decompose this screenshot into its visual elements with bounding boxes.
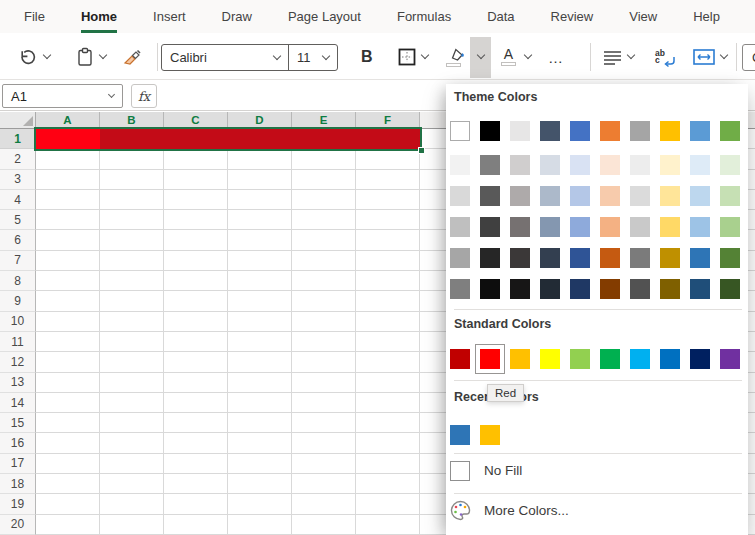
bold-button[interactable]: B bbox=[361, 35, 373, 79]
more-font-options-button[interactable]: … bbox=[548, 35, 565, 79]
color-swatch[interactable] bbox=[600, 349, 620, 369]
row-header-1[interactable]: 1 bbox=[0, 129, 36, 149]
color-swatch[interactable] bbox=[630, 248, 650, 268]
color-swatch[interactable] bbox=[630, 155, 650, 175]
row-header-3[interactable]: 3 bbox=[0, 170, 36, 190]
color-swatch[interactable] bbox=[600, 279, 620, 299]
row-header-6[interactable]: 6 bbox=[0, 230, 36, 250]
chevron-down-icon[interactable] bbox=[421, 51, 429, 59]
color-swatch[interactable] bbox=[660, 217, 680, 237]
color-swatch[interactable] bbox=[630, 279, 650, 299]
color-swatch[interactable] bbox=[690, 186, 710, 206]
color-swatch[interactable] bbox=[630, 217, 650, 237]
more-colors-label[interactable]: More Colors... bbox=[484, 503, 569, 518]
font-size-combobox[interactable]: 11 bbox=[288, 45, 337, 70]
color-swatch[interactable] bbox=[510, 248, 530, 268]
borders-button[interactable] bbox=[398, 35, 428, 79]
color-swatch[interactable] bbox=[600, 121, 620, 141]
color-swatch[interactable] bbox=[540, 155, 560, 175]
color-swatch[interactable] bbox=[510, 155, 530, 175]
color-swatch[interactable] bbox=[660, 279, 680, 299]
menu-tab-page-layout[interactable]: Page Layout bbox=[288, 0, 361, 33]
row-header-15[interactable]: 15 bbox=[0, 413, 36, 433]
color-swatch[interactable] bbox=[720, 248, 740, 268]
number-format-combobox[interactable]: G bbox=[742, 44, 755, 71]
chevron-down-icon[interactable] bbox=[524, 51, 532, 59]
paste-button[interactable] bbox=[76, 35, 106, 79]
no-fill-swatch[interactable] bbox=[450, 461, 470, 481]
color-swatch[interactable] bbox=[450, 248, 470, 268]
color-swatch[interactable] bbox=[690, 121, 710, 141]
format-painter-button[interactable] bbox=[122, 35, 144, 79]
color-swatch[interactable] bbox=[630, 349, 650, 369]
color-swatch[interactable] bbox=[540, 349, 560, 369]
color-swatch[interactable] bbox=[660, 248, 680, 268]
color-swatch[interactable] bbox=[720, 186, 740, 206]
color-swatch[interactable] bbox=[480, 217, 500, 237]
row-header-19[interactable]: 19 bbox=[0, 494, 36, 514]
menu-tab-home[interactable]: Home bbox=[81, 0, 117, 33]
color-swatch[interactable] bbox=[720, 217, 740, 237]
menu-tab-help[interactable]: Help bbox=[693, 0, 720, 33]
color-swatch[interactable] bbox=[450, 217, 470, 237]
chevron-down-icon[interactable] bbox=[43, 51, 51, 59]
color-swatch[interactable] bbox=[480, 121, 500, 141]
menu-tab-view[interactable]: View bbox=[629, 0, 657, 33]
color-swatch[interactable] bbox=[660, 186, 680, 206]
color-swatch[interactable] bbox=[570, 279, 590, 299]
color-swatch[interactable] bbox=[720, 349, 740, 369]
menu-tab-insert[interactable]: Insert bbox=[153, 0, 186, 33]
row-header-11[interactable]: 11 bbox=[0, 332, 36, 352]
row-header-12[interactable]: 12 bbox=[0, 352, 36, 372]
menu-tab-data[interactable]: Data bbox=[487, 0, 514, 33]
color-swatch[interactable] bbox=[480, 248, 500, 268]
chevron-down-icon[interactable] bbox=[627, 51, 635, 59]
color-swatch[interactable] bbox=[510, 349, 530, 369]
chevron-down-icon[interactable] bbox=[322, 51, 330, 59]
color-swatch[interactable] bbox=[630, 186, 650, 206]
row-header-4[interactable]: 4 bbox=[0, 190, 36, 210]
color-swatch[interactable] bbox=[720, 279, 740, 299]
color-swatch[interactable] bbox=[690, 217, 710, 237]
color-swatch[interactable] bbox=[570, 155, 590, 175]
chevron-down-icon[interactable] bbox=[477, 51, 485, 59]
row-header-9[interactable]: 9 bbox=[0, 291, 36, 311]
color-swatch[interactable] bbox=[570, 186, 590, 206]
chevron-down-icon[interactable] bbox=[273, 51, 281, 59]
row-header-8[interactable]: 8 bbox=[0, 271, 36, 291]
row-header-16[interactable]: 16 bbox=[0, 433, 36, 453]
select-all-button[interactable] bbox=[0, 112, 36, 129]
active-cell-a1[interactable] bbox=[36, 129, 100, 149]
insert-function-button[interactable]: fx bbox=[131, 84, 157, 108]
merge-cells-button[interactable] bbox=[693, 35, 727, 79]
color-swatch[interactable] bbox=[510, 279, 530, 299]
alignment-button[interactable] bbox=[603, 35, 634, 79]
chevron-down-icon[interactable] bbox=[108, 90, 115, 97]
row-header-18[interactable]: 18 bbox=[0, 474, 36, 494]
color-swatch[interactable] bbox=[660, 121, 680, 141]
name-box[interactable]: A1 bbox=[2, 84, 123, 108]
color-swatch[interactable] bbox=[540, 248, 560, 268]
fill-handle[interactable] bbox=[418, 147, 425, 154]
color-swatch[interactable] bbox=[480, 279, 500, 299]
no-fill-label[interactable]: No Fill bbox=[484, 463, 522, 478]
color-swatch[interactable] bbox=[450, 349, 470, 369]
color-swatch[interactable] bbox=[660, 155, 680, 175]
color-swatch[interactable] bbox=[450, 186, 470, 206]
color-swatch[interactable] bbox=[690, 155, 710, 175]
row-header-10[interactable]: 10 bbox=[0, 312, 36, 332]
undo-button[interactable] bbox=[18, 35, 50, 79]
menu-tab-file[interactable]: File bbox=[24, 0, 45, 33]
color-swatch[interactable] bbox=[480, 186, 500, 206]
color-swatch[interactable] bbox=[480, 425, 500, 445]
color-swatch[interactable] bbox=[540, 279, 560, 299]
font-color-button[interactable]: A bbox=[501, 35, 531, 79]
color-swatch[interactable] bbox=[600, 248, 620, 268]
color-swatch[interactable] bbox=[570, 349, 590, 369]
row-header-7[interactable]: 7 bbox=[0, 251, 36, 271]
color-swatch[interactable] bbox=[510, 186, 530, 206]
color-swatch[interactable] bbox=[450, 425, 470, 445]
color-swatch[interactable] bbox=[600, 217, 620, 237]
color-swatch[interactable] bbox=[570, 248, 590, 268]
color-swatch[interactable] bbox=[480, 155, 500, 175]
